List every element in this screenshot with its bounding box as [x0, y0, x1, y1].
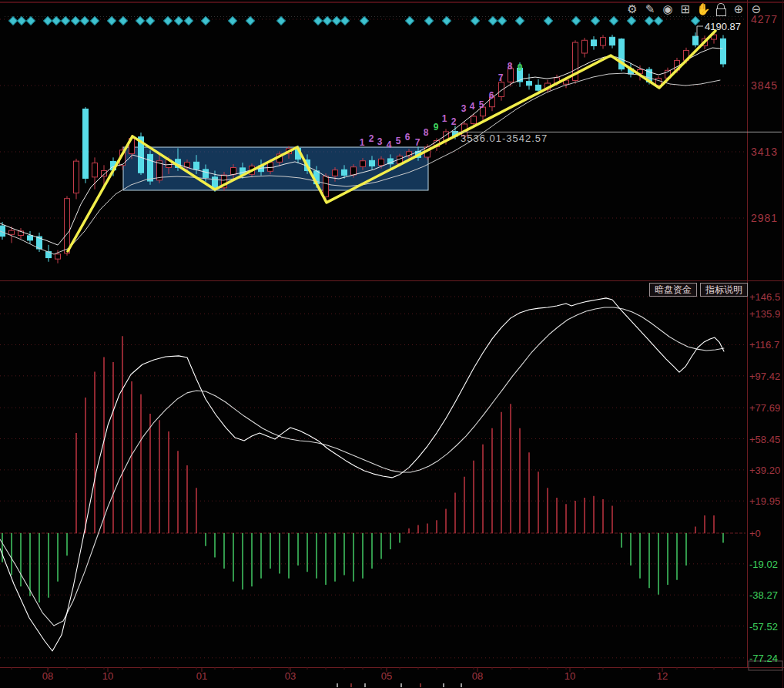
td-sequence-nine: 9: [434, 122, 439, 133]
signal-diamond-icon: [136, 16, 144, 25]
candlestick: [268, 163, 273, 172]
td-sequence-number: 4: [470, 101, 475, 112]
candlestick: [148, 154, 153, 181]
indicator-axis-label: +135.9: [749, 308, 780, 320]
signal-diamond-icon: [184, 16, 193, 25]
signal-diamond-icon: [26, 16, 35, 25]
signal-diamond-icon: [313, 16, 322, 25]
clipped-panel-mark: [400, 683, 402, 687]
indicator-axis-label: -19.02: [749, 559, 778, 570]
signal-diamond-icon: [424, 16, 433, 25]
candlestick: [536, 85, 541, 90]
candlestick: [65, 199, 70, 253]
dark-pool-funds-button[interactable]: 暗盘资金: [649, 283, 697, 297]
candlestick: [721, 39, 726, 64]
candlestick: [9, 230, 15, 234]
signal-diamond-icon: [627, 16, 635, 25]
candlestick: [379, 159, 384, 165]
candlestick: [28, 236, 33, 240]
month-axis-label: 08: [42, 670, 53, 682]
indicator-axis-label: +39.20: [749, 465, 780, 476]
candlestick: [102, 170, 107, 176]
signal-diamond-icon: [119, 16, 127, 25]
candlestick: [194, 162, 199, 169]
signal-diamond-icon: [71, 16, 79, 25]
signal-diamond-icon: [201, 16, 209, 25]
indicator-axis-label: +77.69: [749, 402, 780, 414]
td-sequence-number: 2: [451, 116, 457, 127]
signal-diamond-icon: [654, 16, 662, 25]
signal-diamond-icon: [645, 16, 653, 25]
signal-diamond-icon: [498, 16, 506, 25]
month-axis-label: 10: [102, 670, 113, 682]
candlestick: [360, 161, 366, 167]
candlestick: [203, 169, 209, 178]
td-sequence-number: 8: [424, 127, 429, 138]
signal-diamond-icon: [323, 16, 331, 25]
settings-icon[interactable]: ⚙: [625, 2, 639, 16]
month-axis-label: 10: [565, 670, 575, 682]
lock-body: [716, 8, 726, 16]
eye-icon[interactable]: ◉: [661, 2, 675, 16]
signal-diamond-icon: [609, 16, 618, 25]
resistance-range-label: 3536.01-3542.57: [461, 133, 548, 144]
latest-high-annotation: 4190.87: [705, 21, 741, 32]
signal-diamond-icon: [544, 16, 552, 25]
dea-line: [0, 307, 724, 626]
signal-diamond-icon: [276, 16, 285, 25]
signal-diamond-icon: [43, 16, 52, 25]
clipped-panel-mark: [350, 683, 352, 687]
candlestick: [527, 82, 532, 86]
signal-diamond-icon: [80, 16, 89, 25]
chart-toolbar: ⚙ ✎ ◉ ⊞ ✋ ⊕ ⊖: [625, 2, 763, 16]
signal-diamond-icon: [17, 16, 25, 25]
signal-diamond-icon: [61, 16, 69, 25]
candlestick: [601, 38, 606, 45]
td-sequence-number: 1: [360, 137, 365, 148]
signal-diamond-icon: [488, 16, 497, 25]
candlestick: [610, 37, 615, 45]
signal-diamond-icon: [146, 16, 154, 25]
candlestick: [55, 254, 61, 259]
draw-icon[interactable]: ✎: [643, 2, 657, 16]
signal-diamond-icon: [163, 16, 172, 25]
zoom-in-icon[interactable]: ⊕: [732, 2, 745, 16]
lock-icon[interactable]: [714, 2, 728, 16]
signal-diamond-icon: [340, 16, 349, 25]
signal-diamond-icon: [90, 16, 99, 25]
stock-chart-window: ⚙ ✎ ◉ ⊞ ✋ ⊕ ⊖ 暗盘资金 指标说明 4190.87 3536.01-…: [0, 0, 784, 688]
signal-diamond-icon: [691, 16, 699, 25]
td-sequence-number: 8: [508, 61, 513, 72]
indicator-help-button[interactable]: 指标说明: [700, 283, 748, 297]
indicator-axis-label: +97.42: [749, 371, 780, 382]
indicator-axis-label: -57.52: [749, 621, 778, 633]
clipped-panel-mark: [420, 683, 421, 687]
td-sequence-number: 1: [442, 113, 447, 124]
toolbox-icon[interactable]: ⊞: [678, 2, 692, 16]
indicator-axis-label: -77.24: [749, 653, 778, 664]
td-sequence-number: 3: [377, 136, 383, 147]
td-sequence-number: 7: [415, 137, 420, 148]
indicator-axis-label: +19.95: [749, 495, 780, 507]
lock-shackle: [717, 3, 725, 8]
signal-diamond-icon: [52, 16, 60, 25]
signal-diamond-icon: [571, 16, 580, 25]
signal-diamond-icon: [246, 16, 254, 25]
pan-hand-icon[interactable]: ✋: [696, 2, 710, 16]
signal-diamond-icon: [360, 16, 368, 25]
month-axis-label: 05: [381, 670, 392, 682]
price-axis-label: 3413: [751, 146, 778, 158]
signal-diamond-icon: [471, 16, 479, 25]
month-axis-label: 12: [657, 670, 668, 682]
td-sequence-number: 7: [498, 72, 504, 83]
td-sequence-number: 3: [461, 103, 467, 114]
candlestick: [83, 109, 89, 178]
candlestick: [591, 40, 597, 46]
td-sequence-number: 6: [405, 132, 410, 143]
candlestick: [231, 168, 236, 175]
indicator-axis-label: +116.7: [749, 339, 779, 351]
td-sequence-number: 5: [479, 99, 484, 110]
candlestick: [582, 40, 588, 53]
candlestick: [656, 79, 662, 86]
chart-canvas[interactable]: [0, 0, 784, 688]
